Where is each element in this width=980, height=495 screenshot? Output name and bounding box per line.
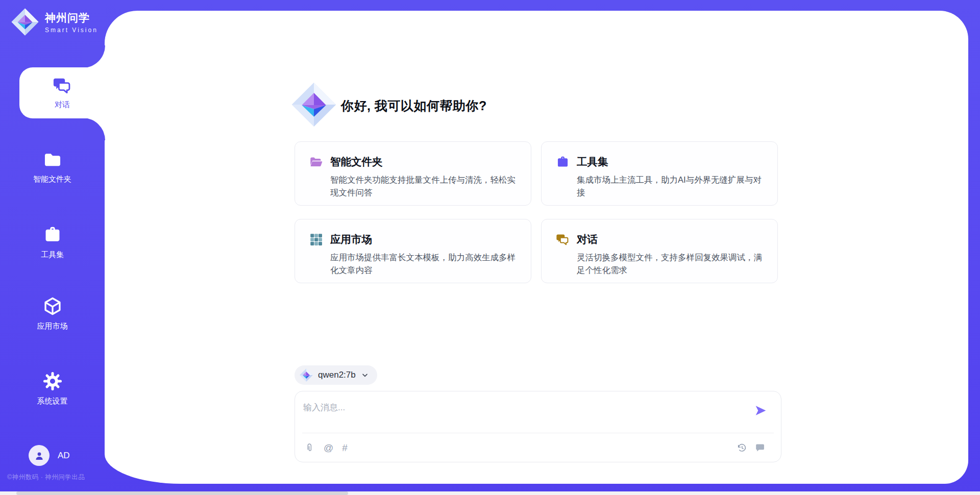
diamond-logo-icon <box>291 82 336 127</box>
card-description: 集成市场上主流工具，助力AI与外界无缝扩展与对接 <box>577 174 768 199</box>
brand-logo: 神州问学 Smart Vision <box>11 8 98 36</box>
horizontal-scrollbar[interactable] <box>0 491 980 495</box>
briefcase-icon <box>556 155 570 169</box>
diamond-logo-icon <box>300 368 313 382</box>
sidebar-item-chat[interactable]: 对话 <box>19 67 105 118</box>
sidebar-item-settings[interactable]: 系统设置 <box>0 372 105 406</box>
sidebar-item-label: 智能文件夹 <box>33 175 71 184</box>
at-sign-icon[interactable]: @ <box>324 442 333 453</box>
composer-toolbar: @ # <box>304 439 766 456</box>
paperclip-icon[interactable] <box>304 442 315 453</box>
sidebar-item-smart-folder[interactable]: 智能文件夹 <box>0 150 105 184</box>
card-description: 灵活切换多模型文件，支持多样回复效果调试，满足个性化需求 <box>577 251 768 277</box>
sidebar-footer-credit: ©神州数码 · 神州问学出品 <box>7 473 85 482</box>
history-icon[interactable] <box>737 442 747 453</box>
send-button[interactable] <box>754 404 768 417</box>
folder-icon <box>43 150 62 169</box>
cube-icon <box>43 296 62 316</box>
card-app-market[interactable]: 应用市场 应用市场提供丰富长文本模板，助力高效生成多样化文章内容 <box>295 219 531 283</box>
open-folder-icon <box>309 155 323 169</box>
sidebar-item-label: 工具集 <box>41 250 64 260</box>
card-chat[interactable]: 对话 灵活切换多模型文件，支持多样回复效果调试，满足个性化需求 <box>541 219 778 283</box>
chat-bubbles-icon <box>556 233 570 246</box>
sidebar-item-toolset[interactable]: 工具集 <box>0 225 105 260</box>
brand-name: 神州问学 <box>45 11 98 25</box>
chevron-down-icon <box>361 371 369 379</box>
message-input[interactable] <box>295 391 744 431</box>
grid-tiles-icon <box>309 233 323 246</box>
diamond-logo-icon <box>11 8 39 36</box>
comment-icon[interactable] <box>755 442 766 453</box>
gear-icon <box>43 372 62 391</box>
card-title: 对话 <box>577 232 598 246</box>
model-selector[interactable]: qwen2:7b <box>295 365 377 385</box>
sidebar-item-label: 应用市场 <box>37 321 68 331</box>
hash-icon[interactable]: # <box>342 442 348 453</box>
briefcase-icon <box>43 225 62 244</box>
chat-bubbles-icon <box>53 76 72 95</box>
card-title: 智能文件夹 <box>330 155 383 169</box>
send-icon <box>754 404 768 417</box>
card-toolset[interactable]: 工具集 集成市场上主流工具，助力AI与外界无缝扩展与对接 <box>541 141 778 206</box>
model-name: qwen2:7b <box>318 370 356 380</box>
sidebar-item-app-market[interactable]: 应用市场 <box>0 296 105 331</box>
avatar <box>29 445 50 466</box>
card-title: 工具集 <box>577 155 608 169</box>
page-title-greeting: 你好, 我可以如何帮助你? <box>341 97 487 114</box>
card-smart-folder[interactable]: 智能文件夹 智能文件夹功能支持批量文件上传与清洗，轻松实现文件问答 <box>295 141 531 206</box>
user-initials: AD <box>58 451 70 461</box>
brand-subtitle: Smart Vision <box>45 27 98 34</box>
composer-divider <box>302 433 774 433</box>
scrollbar-thumb[interactable] <box>16 491 348 495</box>
card-description: 智能文件夹功能支持批量文件上传与清洗，轻松实现文件问答 <box>330 174 521 199</box>
user-profile[interactable]: AD <box>29 445 70 466</box>
sidebar-item-label: 系统设置 <box>37 397 68 406</box>
card-title: 应用市场 <box>330 232 372 246</box>
sidebar-item-label: 对话 <box>55 100 70 110</box>
message-composer: @ # <box>295 391 781 462</box>
card-description: 应用市场提供丰富长文本模板，助力高效生成多样化文章内容 <box>330 251 521 277</box>
person-icon <box>33 450 45 462</box>
